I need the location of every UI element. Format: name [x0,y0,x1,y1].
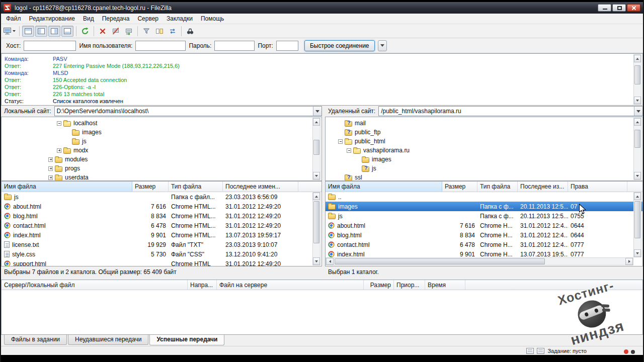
tree-item[interactable]: mail [326,119,642,128]
tree-item[interactable]: images [2,128,321,137]
scroll-up-icon[interactable] [313,118,320,126]
remote-list-scrollbar[interactable] [633,192,641,257]
tree-item[interactable]: vashapilorama.ru [326,146,642,155]
log-scrollbar[interactable] [633,54,641,105]
expand-icon[interactable] [57,148,61,153]
column-header[interactable]: Имя файла [326,182,442,192]
column-header[interactable]: Размер [442,182,477,192]
host-input[interactable] [24,41,76,51]
remote-path-combo[interactable]: /public_html/vashapilorama.ru [378,106,643,116]
tree-item[interactable]: public_ftp [326,128,642,137]
scroll-up-icon[interactable] [313,193,320,200]
port-input[interactable] [276,41,298,51]
menu-item-2[interactable]: Вид [79,14,98,23]
reconnect-button[interactable] [123,26,135,37]
column-header[interactable]: Тип файла [169,182,223,192]
column-header[interactable]: Последнее измен... [223,182,298,192]
quickconnect-button[interactable]: Быстрое соединение [304,40,375,51]
expand-icon[interactable] [48,166,53,171]
file-row[interactable]: imagesПапка с ф...20.11.2013 12:5...07 [326,202,642,211]
file-row[interactable]: license.txt19 929Файл "TXT"23.03.2013 9:… [2,240,321,249]
scroll-up-icon[interactable] [634,55,641,62]
scrollbar-thumb[interactable] [634,201,640,238]
username-input[interactable] [135,41,186,51]
toggle-local-tree-button[interactable] [35,26,47,37]
scrollbar-thumb[interactable] [335,258,545,264]
tree-item[interactable]: modules [2,155,321,164]
file-row[interactable]: about.html7 616Chrome H...31.01.2012 12:… [326,221,642,230]
tree-item[interactable]: images [326,155,642,164]
scroll-down-icon[interactable] [634,97,641,104]
scrollbar-thumb[interactable] [313,201,319,243]
minimize-button[interactable] [598,4,611,12]
local-path-combo[interactable]: D:\OpenServer\domains\localhost\ [54,106,323,116]
queue-column-header[interactable]: Размер [364,280,394,290]
local-tree-scrollbar[interactable] [312,118,320,180]
scrollbar-thumb[interactable] [634,130,640,148]
queue-column-header[interactable]: Сервер/Локальный файл [2,280,188,290]
scroll-down-icon[interactable] [313,172,320,179]
scroll-down-icon[interactable] [313,257,320,265]
queue-column-header[interactable]: Напра... [188,280,217,290]
maximize-button[interactable] [612,4,626,12]
scroll-up-icon[interactable] [634,118,641,126]
toggle-remote-tree-button[interactable] [48,26,60,37]
password-input[interactable] [214,41,255,51]
tree-item[interactable]: userdata [2,173,321,181]
column-header[interactable]: Имя файла [2,182,132,192]
column-header[interactable]: Последнее из... [518,182,568,192]
tab-1[interactable]: Неудавшиеся передачи [68,335,148,345]
filter-button[interactable] [140,26,152,37]
file-row[interactable]: contact.html6 478Chrome H...31.01.2012 1… [326,240,642,249]
disconnect-button[interactable] [110,26,122,37]
file-row[interactable]: support.htmlChrome HTML31.01.2012 12:49:… [2,259,321,266]
tab-2[interactable]: Успешные передачи [149,335,224,345]
toggle-queue-button[interactable] [61,26,73,37]
column-header[interactable]: Тип файла [477,182,518,192]
queue-column-header[interactable]: Время [425,280,465,290]
scrollbar-thumb[interactable] [634,65,640,84]
local-list-scrollbar[interactable] [312,192,320,265]
toggle-message-log-button[interactable] [22,26,34,37]
remote-tree-scrollbar[interactable] [633,118,641,180]
tree-item[interactable]: public_html [326,137,642,146]
scroll-up-icon[interactable] [634,193,641,200]
tree-item[interactable]: localhost [2,119,321,128]
tab-0[interactable]: Файлы в задании [4,335,67,345]
scroll-left-icon[interactable] [326,258,334,265]
menu-item-5[interactable]: Закладки [163,14,197,23]
quickconnect-dropdown-button[interactable] [378,40,387,51]
collapse-icon[interactable] [338,139,343,144]
tree-item[interactable]: ssl [326,173,642,181]
scroll-right-icon[interactable] [625,258,633,265]
cancel-button[interactable] [97,26,109,37]
scroll-down-icon[interactable] [634,249,641,257]
file-row[interactable]: jsПапка с файл...23.03.2013 6:56:09 [2,192,321,202]
find-button[interactable] [184,26,196,37]
tree-item[interactable]: js [2,137,321,146]
collapse-icon[interactable] [57,121,61,126]
queue-column-header[interactable]: Файл на сервере [217,280,364,290]
file-row[interactable]: about.html7 616Chrome HTML...31.01.2012 … [2,202,321,211]
queue-column-header[interactable]: Приор... [394,280,425,290]
file-row[interactable]: blog.html8 834Chrome HTML...31.01.2012 1… [2,211,321,221]
tree-item[interactable]: js [326,164,642,173]
file-row[interactable]: blog.html8 834Chrome H...31.01.2012 12:4… [326,230,642,240]
site-manager-button[interactable] [3,26,17,37]
tree-item[interactable]: modx [2,146,321,155]
file-row[interactable]: .. [326,192,642,202]
collapse-icon[interactable] [347,148,351,153]
refresh-button[interactable] [79,26,91,37]
menu-item-4[interactable]: Сервер [133,14,163,23]
menu-item-3[interactable]: Передача [98,14,134,23]
remote-list-hscrollbar[interactable] [326,257,633,265]
file-row[interactable]: contact.html6 478Chrome HTML...31.01.201… [2,221,321,230]
remote-path-dropdown-button[interactable] [634,107,642,116]
column-header[interactable]: Права [568,182,627,192]
menu-item-0[interactable]: Файл [2,14,25,23]
compare-button[interactable] [153,26,166,37]
menu-item-6[interactable]: Помощь [197,14,228,23]
file-row[interactable]: style.css5 730Файл "CSS"13.12.2010 9:41:… [2,249,321,259]
close-button[interactable] [627,4,640,12]
scrollbar-thumb[interactable] [313,140,319,155]
